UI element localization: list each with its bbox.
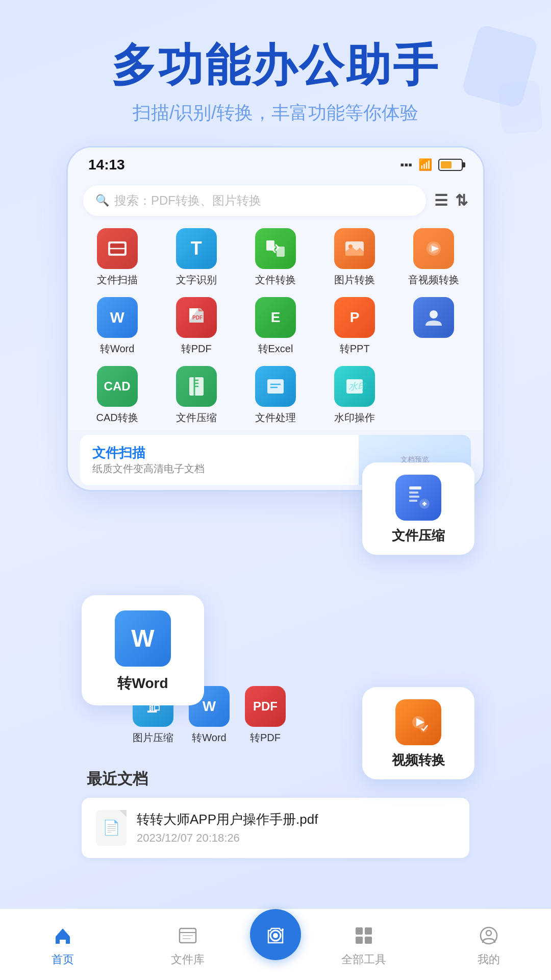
to-pdf-label: 转PDF (181, 342, 212, 356)
feature-to-pdf[interactable]: PDF 转PDF (159, 297, 233, 356)
floating-video-icon (395, 699, 441, 745)
icon-grid-row2: W 转Word PDF 转PDF (68, 292, 483, 361)
media-convert-icon (413, 228, 454, 269)
sort-icon[interactable]: ⇅ (455, 191, 468, 209)
nav-tools-label: 全部工具 (341, 952, 386, 967)
mini-to-word-label: 转Word (192, 731, 226, 745)
banner-content: 文件扫描 纸质文件变高清电子文档 (92, 444, 205, 476)
recent-doc-icon: 📄 (96, 810, 127, 846)
floating-card-word[interactable]: W 转Word (82, 595, 204, 705)
cad-icon: CAD (97, 366, 138, 407)
feature-file-convert[interactable]: 文件转换 (238, 228, 312, 287)
nav-files-label: 文件库 (171, 952, 205, 967)
scan-label: 文件扫描 (97, 273, 138, 287)
feature-to-ppt[interactable]: P 转PPT (318, 297, 392, 356)
pdf-icon: 📄 (103, 819, 120, 836)
floating-compress-label: 文件压缩 (392, 527, 445, 545)
icon-grid-row1: 文件扫描 T 文字识别 文件转换 (68, 223, 483, 292)
nav-tools[interactable]: 全部工具 (301, 922, 426, 967)
watermark-label: 水印操作 (334, 411, 375, 425)
file-compress-icon (176, 366, 217, 407)
to-pdf-icon: PDF (176, 297, 217, 338)
mini-to-pdf-icon: PDF (245, 686, 286, 727)
svg-rect-37 (365, 937, 372, 944)
search-bar-row: 🔍 搜索：PDF转换、图片转换 ☰ ⇅ (68, 178, 483, 223)
cad-label: CAD转换 (96, 411, 138, 425)
user-icon (413, 297, 454, 338)
svg-point-12 (430, 310, 438, 318)
camera-button[interactable] (250, 909, 301, 960)
recent-doc-item[interactable]: 📄 转转大师APP用户操作手册.pdf 2023/12/07 20:18:26 (82, 798, 469, 858)
svg-rect-34 (356, 927, 363, 935)
hero-subtitle: 扫描/识别/转换，丰富功能等你体验 (31, 101, 520, 126)
status-bar: 14:13 ▪▪▪ 📶 (68, 148, 483, 178)
svg-rect-21 (409, 496, 419, 498)
icon-grid-row3: CAD CAD转换 文件压缩 (68, 361, 483, 430)
home-icon (49, 922, 76, 949)
wifi-icon: 📶 (418, 158, 432, 172)
feature-to-excel[interactable]: E 转Excel (238, 297, 312, 356)
feature-user[interactable] (397, 297, 471, 356)
svg-rect-36 (356, 937, 363, 944)
banner-desc: 纸质文件变高清电子文档 (92, 462, 205, 476)
file-compress-label: 文件压缩 (176, 411, 217, 425)
search-placeholder-text: 搜索：PDF转换、图片转换 (114, 192, 261, 209)
file-proc-label: 文件处理 (255, 411, 296, 425)
filter-icon[interactable]: ☰ (434, 191, 448, 209)
status-time: 14:13 (88, 157, 125, 173)
battery-icon (438, 159, 463, 171)
recent-doc-date: 2023/12/07 20:18:26 (137, 831, 455, 845)
nav-files[interactable]: 文件库 (125, 922, 250, 967)
search-bar[interactable]: 🔍 搜索：PDF转换、图片转换 (83, 185, 426, 216)
mine-icon (475, 922, 502, 949)
battery-fill (441, 161, 452, 168)
nav-mine[interactable]: 我的 (426, 922, 551, 967)
to-ppt-label: 转PPT (340, 342, 370, 356)
floating-word-icon: W (115, 610, 171, 667)
bottom-nav: 首页 文件库 (0, 909, 551, 980)
svg-text:水印: 水印 (348, 381, 366, 391)
watermark-icon: 水印 (334, 366, 375, 407)
feature-ocr[interactable]: T 文字识别 (159, 228, 233, 287)
feature-watermark[interactable]: 水印 水印操作 (318, 366, 392, 425)
status-icons: ▪▪▪ 📶 (400, 158, 463, 172)
svg-rect-22 (409, 500, 417, 502)
to-ppt-icon: P (334, 297, 375, 338)
floating-card-video[interactable]: 视频转换 (362, 687, 474, 779)
feature-media-convert[interactable]: 音视频转换 (397, 228, 471, 287)
files-icon (174, 922, 201, 949)
feature-scan[interactable]: 文件扫描 (80, 228, 154, 287)
nav-home[interactable]: 首页 (0, 922, 125, 967)
file-convert-label: 文件转换 (255, 273, 296, 287)
floating-word-label: 转Word (117, 674, 168, 693)
nav-camera[interactable] (250, 919, 301, 970)
to-word-icon: W (97, 297, 138, 338)
phone-mockup: 14:13 ▪▪▪ 📶 🔍 搜索：PDF转换、图片转换 ☰ ⇅ (66, 146, 485, 492)
svg-point-32 (273, 933, 278, 938)
floating-card-compress[interactable]: 文件压缩 (362, 462, 474, 555)
search-actions: ☰ ⇅ (434, 191, 468, 209)
compress-icon-inner (395, 475, 441, 521)
word-icon-inner: W (115, 610, 171, 667)
deco-shape-2 (498, 80, 543, 135)
mini-icon-to-pdf[interactable]: PDF 转PDF (245, 686, 286, 745)
svg-rect-19 (409, 486, 421, 489)
feature-file-compress[interactable]: 文件压缩 (159, 366, 233, 425)
recent-section: 最近文档 📄 转转大师APP用户操作手册.pdf 2023/12/07 20:1… (82, 769, 469, 858)
svg-rect-35 (365, 927, 372, 935)
feature-cad[interactable]: CAD CAD转换 (80, 366, 154, 425)
feature-empty (397, 366, 471, 425)
nav-home-label: 首页 (52, 952, 74, 967)
to-excel-label: 转Excel (258, 342, 293, 356)
recent-doc-name: 转转大师APP用户操作手册.pdf (137, 811, 455, 828)
svg-rect-20 (409, 492, 418, 494)
feature-to-word[interactable]: W 转Word (80, 297, 154, 356)
to-word-label: 转Word (100, 342, 134, 356)
floating-video-label: 视频转换 (392, 751, 445, 769)
feature-file-proc[interactable]: 文件处理 (238, 366, 312, 425)
nav-mine-label: 我的 (478, 952, 500, 967)
svg-point-33 (282, 928, 284, 930)
feature-img-convert[interactable]: 图片转换 (318, 228, 392, 287)
tools-icon (350, 922, 377, 949)
ocr-label: 文字识别 (176, 273, 217, 287)
